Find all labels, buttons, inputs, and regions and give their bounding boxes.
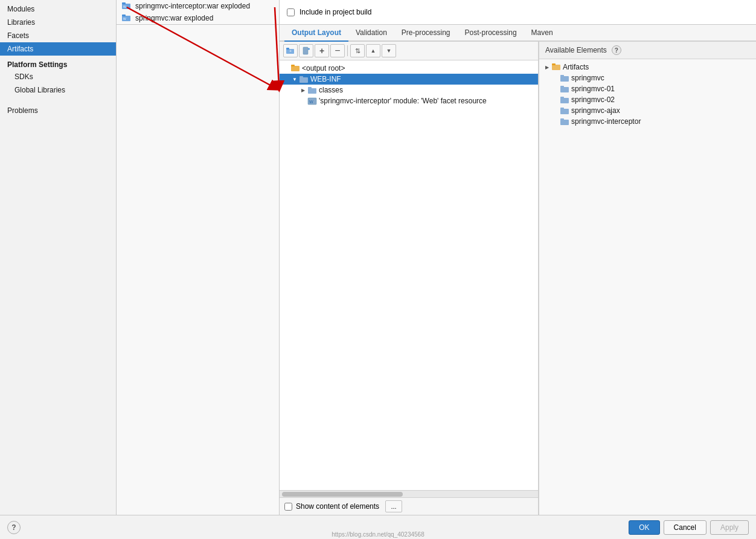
- output-layout-tree[interactable]: <output root> ▼ WEB-INF: [280, 60, 538, 490]
- avail-item-springmvc[interactable]: ▶ springmvc: [539, 73, 756, 83]
- svg-text:W: W: [309, 100, 313, 104]
- folder-webinf-icon: [299, 75, 309, 83]
- tree-item-output-root[interactable]: <output root>: [280, 63, 538, 74]
- add-folder-icon: +: [286, 47, 295, 54]
- include-label[interactable]: Include in project build: [300, 8, 371, 16]
- artifact-icon-1: W: [121, 2, 131, 10]
- sidebar-item-libraries[interactable]: Libraries: [0, 16, 116, 29]
- available-help-icon[interactable]: ?: [612, 45, 621, 55]
- help-button-container: ?: [7, 521, 21, 534]
- available-elements-tree: ▶ Artifacts ▶: [539, 59, 756, 515]
- add-file-btn[interactable]: [299, 44, 313, 57]
- help-button[interactable]: ?: [7, 521, 21, 534]
- toolbar: + +: [280, 42, 538, 60]
- artifact-list-bottom: [117, 25, 280, 515]
- svg-text:+: +: [289, 49, 292, 53]
- svg-rect-34: [560, 118, 564, 120]
- folder-classes-icon: [307, 86, 317, 94]
- svg-rect-29: [560, 98, 569, 103]
- svg-rect-20: [308, 87, 312, 89]
- toggle-output-root[interactable]: [282, 64, 290, 73]
- svg-rect-7: [122, 15, 126, 16]
- avail-item-springmvc-01[interactable]: ▶ springmvc-01: [539, 83, 756, 94]
- sidebar: Modules Libraries Facets Artifacts Platf…: [0, 0, 117, 515]
- svg-rect-4: [122, 2, 126, 4]
- tab-pre-processing[interactable]: Pre-processing: [394, 25, 458, 42]
- svg-rect-16: [291, 65, 295, 66]
- avail-item-artifacts[interactable]: ▶ Artifacts: [539, 62, 756, 73]
- horizontal-scrollbar[interactable]: [280, 490, 538, 497]
- sidebar-item-sdks[interactable]: SDKs: [0, 70, 116, 83]
- move-up-btn[interactable]: ▲: [366, 44, 380, 57]
- tab-output-layout[interactable]: Output Layout: [284, 25, 348, 42]
- tree-item-webinf[interactable]: ▼ WEB-INF: [280, 74, 538, 85]
- tree-item-classes[interactable]: ▶ classes: [280, 85, 538, 95]
- module-res-icon: W: [307, 97, 317, 105]
- dialog: Modules Libraries Facets Artifacts Platf…: [0, 0, 756, 539]
- sidebar-item-global-libraries[interactable]: Global Libraries: [0, 83, 116, 97]
- remove-btn[interactable]: −: [330, 44, 345, 57]
- add-file-icon: [303, 47, 310, 55]
- avail-folder-springmvc01-icon: [560, 85, 569, 93]
- footer-url: https://blog.csdn.net/qq_40234568: [332, 531, 424, 538]
- tabs-bar: Output Layout Validation Pre-processing …: [280, 25, 756, 42]
- toggle-webinf[interactable]: ▼: [290, 75, 299, 83]
- cancel-button[interactable]: Cancel: [664, 520, 706, 535]
- avail-folder-springmvc-icon: [560, 74, 569, 82]
- artifact-icon-2: W: [121, 14, 131, 22]
- svg-rect-30: [560, 97, 564, 98]
- avail-artifacts-icon: [551, 63, 561, 71]
- avail-item-springmvc-02[interactable]: ▶ springmvc-02: [539, 94, 756, 105]
- platform-settings-header: Platform Settings: [0, 56, 116, 70]
- include-bar: Include in project build: [280, 0, 756, 24]
- svg-rect-32: [560, 108, 564, 109]
- avail-folder-springmvc02-icon: [560, 95, 569, 104]
- tab-maven[interactable]: Maven: [524, 25, 560, 42]
- svg-rect-23: [552, 65, 560, 70]
- apply-button[interactable]: Apply: [710, 520, 749, 535]
- tab-post-processing[interactable]: Post-processing: [458, 25, 524, 42]
- sidebar-item-modules[interactable]: Modules: [0, 2, 116, 16]
- svg-rect-33: [560, 120, 569, 125]
- avail-toggle-artifacts[interactable]: ▶: [543, 63, 551, 71]
- output-root-icon: [290, 64, 300, 73]
- svg-rect-12: [303, 47, 308, 54]
- tree-item-springmvc-res[interactable]: W 'springmvc-interceptor' module: 'Web' …: [280, 95, 538, 106]
- sort-btn[interactable]: ⇅: [350, 44, 365, 57]
- avail-folder-springmvcajax-icon: [560, 106, 569, 115]
- avail-item-springmvc-interceptor[interactable]: ▶ springmvc-interceptor: [539, 116, 756, 127]
- footer: ? https://blog.csdn.net/qq_40234568 OK C…: [0, 515, 756, 539]
- add-folder-btn[interactable]: +: [283, 44, 298, 57]
- svg-rect-15: [291, 66, 300, 71]
- bottom-bar: Show content of elements ...: [280, 497, 538, 515]
- scrollbar-thumb[interactable]: [282, 492, 403, 497]
- svg-rect-19: [308, 88, 316, 94]
- svg-rect-28: [560, 86, 564, 88]
- include-checkbox[interactable]: [287, 8, 295, 16]
- add-btn[interactable]: +: [315, 44, 329, 57]
- artifact-entry-1[interactable]: W springmvc-interceptor:war exploded: [117, 0, 279, 12]
- move-down-btn[interactable]: ▼: [382, 44, 396, 57]
- tab-validation[interactable]: Validation: [348, 25, 394, 42]
- show-content-checkbox[interactable]: [284, 503, 292, 511]
- main-content: Modules Libraries Facets Artifacts Platf…: [0, 0, 756, 515]
- artifact-list: W springmvc-interceptor:war exploded W s…: [117, 0, 280, 24]
- more-options-btn[interactable]: ...: [385, 500, 402, 512]
- svg-rect-24: [552, 63, 556, 65]
- sidebar-item-problems[interactable]: Problems: [0, 104, 116, 117]
- sidebar-item-artifacts[interactable]: Artifacts: [0, 42, 116, 56]
- svg-text:W: W: [123, 5, 126, 8]
- svg-rect-27: [560, 87, 569, 92]
- sidebar-item-facets[interactable]: Facets: [0, 29, 116, 42]
- svg-rect-26: [560, 75, 564, 77]
- show-content-label[interactable]: Show content of elements: [296, 502, 379, 511]
- svg-rect-17: [300, 77, 308, 83]
- available-elements-header: Available Elements ?: [539, 42, 756, 59]
- toggle-classes[interactable]: ▶: [299, 86, 307, 94]
- svg-rect-31: [560, 109, 569, 114]
- avail-folder-springmvcinterceptor-icon: [560, 117, 569, 126]
- ok-button[interactable]: OK: [629, 520, 659, 535]
- artifact-entry-2[interactable]: W springmvc:war exploded: [117, 12, 279, 24]
- avail-item-springmvc-ajax[interactable]: ▶ springmvc-ajax: [539, 105, 756, 116]
- svg-rect-18: [300, 76, 303, 78]
